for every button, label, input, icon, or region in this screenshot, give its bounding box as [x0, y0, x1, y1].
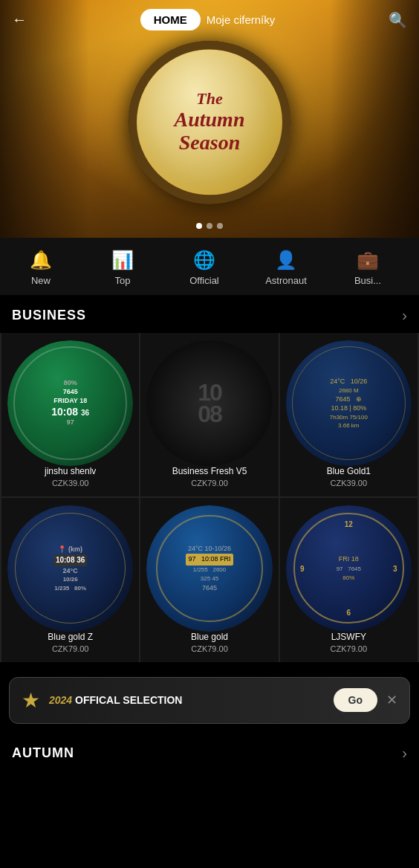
watch-name-bluegoldz: Blue gold Z [48, 632, 93, 642]
promo-year: 2024 [49, 694, 72, 706]
watch-card-ljswfy[interactable]: 12 3 6 9 FRI 18 97 7645 80% LJSWFY CZK79… [280, 498, 418, 661]
category-top-label: Top [115, 275, 131, 286]
dot-1[interactable] [196, 223, 202, 229]
watch-name-fresh: Business Fresh V5 [172, 466, 247, 476]
watch-card-bluegoldz[interactable]: 📍 (km) 10:08 36 24°C 10/26 1/235 80% Blu… [1, 498, 139, 661]
tab-my-watches[interactable]: Moje ciferníky [207, 13, 276, 26]
category-astronaut[interactable]: 👤 Astronaut [245, 250, 327, 286]
category-business-label: Busi... [354, 275, 381, 286]
hero-clock-text: The Autumn Season [175, 89, 245, 155]
watch-price-bluegold: CZK79.00 [191, 644, 228, 653]
watch-card-bluegold1[interactable]: 24°C 10/26 2680 M 7645 ⊕ 10.18 | 80% 7h3… [280, 333, 418, 496]
bell-icon: 🔔 [30, 250, 52, 271]
search-button[interactable]: 🔍 [389, 11, 407, 29]
watch-card-jinshu[interactable]: 80% 7645 FRIDAY 18 10:08 36 97 jinshu sh… [1, 333, 139, 496]
promo-star-icon: ★ [22, 688, 40, 713]
autumn-title: AUTUMN [12, 745, 74, 761]
briefcase-icon: 💼 [357, 250, 379, 271]
watch-face-bluegold1: 24°C 10/26 2680 M 7645 ⊕ 10.18 | 80% 7h3… [286, 340, 412, 466]
category-official-label: Official [189, 275, 219, 286]
promo-text: 2024 OFFICAL SELECTION [49, 694, 325, 706]
dot-2[interactable] [207, 223, 212, 229]
hero-text-the: The [175, 89, 245, 108]
watch-face-jinshu: 80% 7645 FRIDAY 18 10:08 36 97 [7, 340, 133, 466]
watch-card-bluegold[interactable]: 24°C 10-10/26 97 10:08 FRI 1/255 2600 32… [140, 498, 278, 661]
dot-3[interactable] [217, 223, 223, 229]
autumn-section-header: AUTUMN › [0, 733, 419, 768]
nav-tabs: HOME Moje ciferníky [140, 9, 276, 30]
category-new-label: New [31, 275, 51, 286]
person-icon: 👤 [275, 250, 297, 271]
watch-price-fresh: CZK79.00 [191, 479, 228, 488]
hero-clock-face: The Autumn Season [128, 40, 291, 204]
watch-name-ljswfy: LJSWFY [331, 632, 366, 642]
watch-card-fresh[interactable]: 10 08 Business Fresh V5 CZK79.00 [140, 333, 278, 496]
watch-price-jinshu: CZK39.00 [52, 479, 89, 488]
business-section-header: BUSINESS › [0, 295, 419, 333]
watch-name-bluegold: Blue gold [191, 632, 228, 642]
globe-icon: 🌐 [193, 250, 215, 271]
category-astronaut-label: Astronaut [265, 275, 307, 286]
category-new[interactable]: 🔔 New [0, 250, 82, 286]
promo-description: OFFICAL SELECTION [75, 694, 182, 706]
business-arrow[interactable]: › [402, 307, 407, 324]
watch-name-bluegold1: Blue Gold1 [327, 466, 371, 476]
promo-go-button[interactable]: Go [334, 688, 377, 712]
chart-icon: 📊 [111, 250, 134, 271]
watch-face-bluegold: 24°C 10-10/26 97 10:08 FRI 1/255 2600 32… [146, 505, 272, 631]
hero-text-season: Season [175, 132, 245, 155]
watch-price-bluegold1: CZK39.00 [331, 479, 368, 488]
back-button[interactable]: ← [12, 11, 27, 28]
category-bar: 🔔 New 📊 Top 🌐 Official 👤 Astronaut 💼 Bus… [0, 238, 419, 295]
watch-face-bluegoldz: 📍 (km) 10:08 36 24°C 10/26 1/235 80% [7, 505, 133, 631]
hero-text-autumn: Autumn [175, 108, 245, 132]
watch-face-ljswfy: 12 3 6 9 FRI 18 97 7645 80% [286, 505, 412, 631]
tab-home[interactable]: HOME [140, 9, 201, 30]
autumn-arrow[interactable]: › [402, 745, 407, 762]
watch-price-ljswfy: CZK79.00 [331, 644, 368, 653]
business-title: BUSINESS [12, 308, 86, 323]
promo-close-button[interactable]: ✕ [386, 692, 397, 708]
watch-price-bluegoldz: CZK79.00 [52, 644, 89, 653]
category-business[interactable]: 💼 Busi... [327, 250, 409, 286]
hero-banner: ← HOME Moje ciferníky 🔍 The Autumn Seaso… [0, 0, 419, 238]
carousel-dots [196, 223, 223, 229]
category-official[interactable]: 🌐 Official [163, 250, 245, 286]
watch-face-fresh: 10 08 [146, 340, 272, 466]
grid-gap [0, 662, 419, 668]
business-watch-grid: 80% 7645 FRIDAY 18 10:08 36 97 jinshu sh… [0, 333, 419, 662]
category-top[interactable]: 📊 Top [82, 250, 163, 286]
watch-name-jinshu: jinshu shenlv [45, 466, 96, 476]
top-navigation: ← HOME Moje ciferníky 🔍 [0, 0, 419, 39]
promo-banner: ★ 2024 OFFICAL SELECTION Go ✕ [9, 677, 410, 724]
